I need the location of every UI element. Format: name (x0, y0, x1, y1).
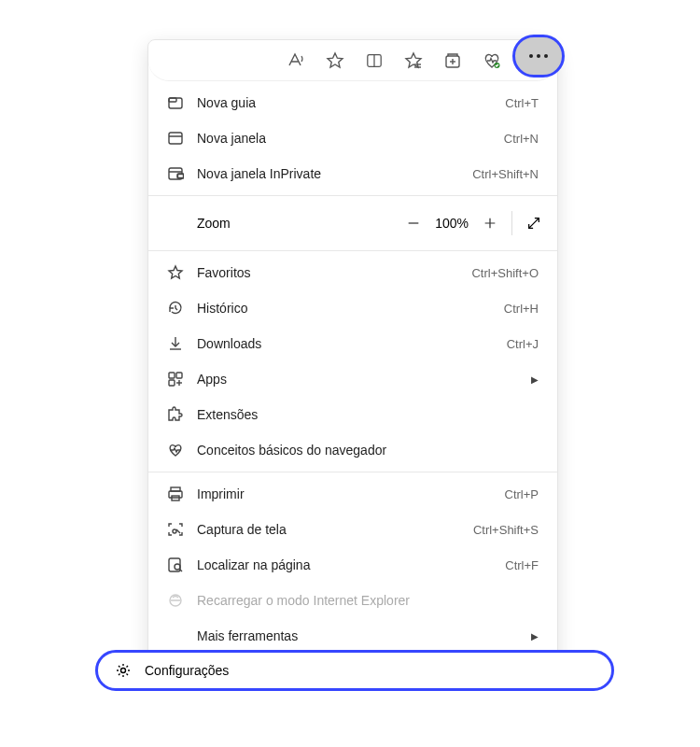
menu-label: Configurações (145, 663, 229, 678)
menu-find[interactable]: Localizar na página Ctrl+F (148, 547, 557, 583)
chevron-right-icon: ▶ (531, 631, 539, 641)
divider (148, 472, 557, 472)
menu-new-window[interactable]: Nova janela Ctrl+N (148, 120, 557, 156)
menu-shortcut: Ctrl+T (505, 96, 539, 110)
menu-settings[interactable]: Configurações (95, 650, 614, 691)
divider (511, 211, 512, 235)
split-screen-icon[interactable] (365, 51, 384, 70)
menu-label: Apps (197, 372, 518, 387)
svg-rect-9 (169, 98, 176, 102)
menu-list: Nova guia Ctrl+T Nova janela Ctrl+N Nova… (148, 81, 557, 666)
zoom-value: 100% (429, 216, 474, 231)
menu-label: Localizar na página (197, 557, 492, 572)
collections-icon[interactable] (443, 51, 462, 70)
menu-label: Histórico (197, 301, 491, 316)
fullscreen-button[interactable] (518, 207, 550, 239)
favorite-star-icon[interactable] (326, 51, 344, 70)
menu-shortcut: Ctrl+Shift+S (473, 523, 539, 537)
menu-shortcut: Ctrl+J (507, 337, 539, 351)
menu-label: Imprimir (197, 486, 492, 501)
zoom-in-button[interactable] (474, 207, 506, 239)
star-icon (167, 264, 184, 281)
menu-zoom: Zoom 100% (148, 200, 557, 247)
zoom-label: Zoom (197, 216, 398, 231)
screenshot-icon (167, 521, 184, 538)
menu-history[interactable]: Histórico Ctrl+H (148, 290, 557, 326)
window-icon (167, 130, 184, 147)
menu-shortcut: Ctrl+F (505, 558, 539, 572)
menu-label: Captura de tela (197, 522, 460, 537)
inprivate-icon (167, 165, 184, 182)
menu-label: Nova janela (197, 131, 491, 146)
menu-shortcut: Ctrl+Shift+N (472, 167, 539, 181)
svg-rect-21 (169, 373, 175, 378)
menu-capture[interactable]: Captura de tela Ctrl+Shift+S (148, 512, 557, 547)
menu-new-inprivate[interactable]: Nova janela InPrivate Ctrl+Shift+N (148, 156, 557, 191)
apps-icon (167, 371, 184, 388)
menu-label: Downloads (197, 336, 494, 351)
menu-extensions[interactable]: Extensões (148, 397, 557, 432)
puzzle-icon (167, 406, 184, 423)
menu-shortcut: Ctrl+Shift+O (471, 266, 539, 280)
svg-point-29 (173, 529, 176, 533)
edge-menu-popup: Nova guia Ctrl+T Nova janela Ctrl+N Nova… (147, 39, 558, 667)
menu-browser-essentials[interactable]: Conceitos básicos do navegador (148, 432, 557, 468)
browser-health-icon[interactable] (483, 51, 501, 70)
find-icon (167, 557, 184, 573)
menu-label: Extensões (197, 407, 539, 422)
menu-label: Recarregar o modo Internet Explorer (197, 593, 539, 608)
gear-icon (115, 662, 132, 679)
chevron-right-icon: ▶ (531, 374, 539, 385)
favorites-list-icon[interactable] (404, 51, 423, 70)
menu-shortcut: Ctrl+P (505, 487, 539, 501)
svg-point-34 (121, 669, 126, 673)
menu-shortcut: Ctrl+N (504, 132, 539, 146)
menu-label: Favoritos (197, 265, 458, 280)
toolbar (148, 40, 557, 81)
menu-label: Conceitos básicos do navegador (197, 443, 539, 458)
download-icon (167, 335, 184, 352)
menu-favorites[interactable]: Favoritos Ctrl+Shift+O (148, 255, 557, 290)
print-icon (167, 486, 184, 502)
divider (148, 195, 557, 196)
svg-rect-22 (176, 373, 182, 378)
svg-point-31 (175, 564, 180, 570)
more-menu-button[interactable] (512, 35, 565, 78)
menu-label: Nova janela InPrivate (197, 166, 459, 181)
zoom-out-button[interactable] (398, 207, 429, 239)
menu-ie-mode: Recarregar o modo Internet Explorer (148, 583, 557, 618)
divider (148, 250, 557, 251)
svg-rect-8 (169, 98, 182, 108)
read-aloud-icon[interactable] (287, 51, 305, 70)
heart-pulse-icon (167, 442, 184, 458)
menu-new-tab[interactable]: Nova guia Ctrl+T (148, 85, 557, 120)
menu-shortcut: Ctrl+H (504, 302, 539, 316)
menu-label: Nova guia (197, 95, 492, 110)
menu-label: Mais ferramentas (197, 628, 518, 643)
menu-more-tools[interactable]: Mais ferramentas ▶ (148, 618, 557, 654)
menu-apps[interactable]: Apps ▶ (148, 361, 557, 397)
menu-print[interactable]: Imprimir Ctrl+P (148, 476, 557, 512)
svg-rect-10 (169, 133, 182, 144)
menu-downloads[interactable]: Downloads Ctrl+J (148, 326, 557, 361)
svg-rect-23 (169, 380, 175, 386)
svg-rect-27 (169, 491, 182, 498)
ie-icon (167, 592, 184, 609)
tab-icon (167, 94, 184, 111)
history-icon (167, 300, 184, 317)
